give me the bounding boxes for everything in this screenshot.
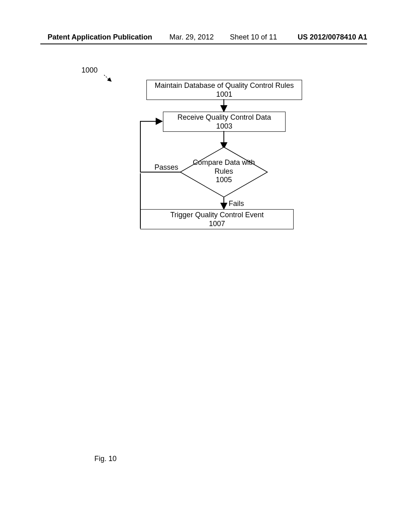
page: Patent Application Publication Mar. 29, … <box>0 0 413 532</box>
connector-1001-1003 <box>223 99 225 112</box>
decision-line1: Compare Data with <box>193 158 255 166</box>
edge-label-passes: Passes <box>154 163 178 172</box>
step-title: Maintain Database of Quality Control Rul… <box>147 80 302 90</box>
figure-caption: Fig. 10 <box>94 455 117 463</box>
step-title: Trigger Quality Control Event <box>141 210 293 220</box>
step-trigger-event: Trigger Quality Control Event 1007 <box>140 209 294 229</box>
header-publication: Patent Application Publication <box>48 33 152 42</box>
header-date: Mar. 29, 2012 <box>169 33 214 42</box>
decision-number: 1005 <box>216 176 232 184</box>
step-maintain-db: Maintain Database of Quality Control Rul… <box>146 80 302 100</box>
connector-1007-loop <box>136 173 144 232</box>
flow-reference-label: 1000 <box>81 66 98 75</box>
decision-line2: Rules <box>215 167 233 175</box>
connector-fails <box>223 197 225 210</box>
step-number: 1001 <box>147 90 302 100</box>
decision-label: Compare Data with Rules 1005 <box>179 158 268 185</box>
reference-arrow-icon <box>103 74 115 84</box>
step-number: 1007 <box>141 220 293 230</box>
decision-compare: Compare Data with Rules 1005 <box>179 146 268 198</box>
header-docnum: US 2012/0078410 A1 <box>298 33 367 42</box>
svg-line-0 <box>104 75 111 81</box>
header-rule <box>40 44 367 44</box>
header-sheet: Sheet 10 of 11 <box>230 33 277 42</box>
edge-label-fails: Fails <box>229 200 244 208</box>
